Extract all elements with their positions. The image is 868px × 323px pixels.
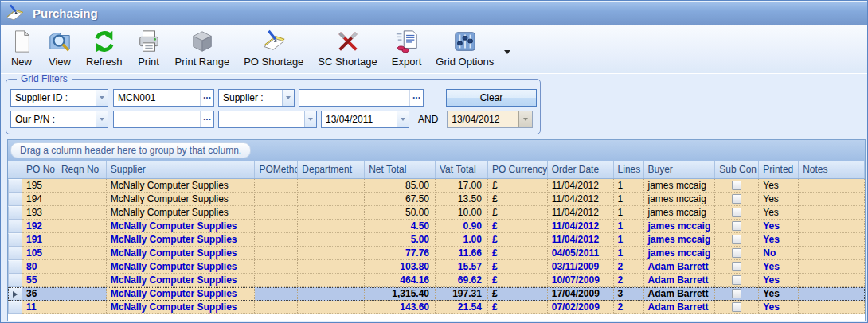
- cell-po-method[interactable]: [255, 193, 298, 206]
- cell-notes[interactable]: [799, 274, 865, 287]
- table-row[interactable]: 192McNally Computer Supplies4.500.90£11/…: [8, 220, 865, 233]
- cell-sub-con[interactable]: [715, 247, 759, 260]
- cell-po-method[interactable]: [255, 233, 298, 247]
- cell-department[interactable]: [298, 274, 365, 287]
- cell-printed[interactable]: Yes: [759, 220, 799, 233]
- table-row[interactable]: 55McNally Computer Supplies464.1669.62£1…: [8, 274, 865, 287]
- cell-vat-total[interactable]: 11.66: [436, 247, 488, 260]
- cell-po-currency[interactable]: £: [488, 274, 548, 287]
- cell-net-total[interactable]: 464.16: [365, 274, 436, 287]
- column-header-reqn-no[interactable]: Reqn No: [57, 162, 107, 178]
- cell-buyer[interactable]: Adam Barrett: [644, 301, 716, 314]
- cell-order-date[interactable]: 11/04/2012: [548, 220, 614, 233]
- subcon-checkbox[interactable]: [732, 221, 741, 231]
- cell-po-no[interactable]: 36: [22, 287, 57, 301]
- column-header-vat-total[interactable]: Vat Total: [436, 162, 488, 178]
- cell-printed[interactable]: Yes: [759, 206, 799, 220]
- cell-sub-con[interactable]: [715, 260, 759, 274]
- cell-reqn-no[interactable]: [57, 247, 107, 260]
- cell-reqn-no[interactable]: [57, 260, 107, 274]
- cell-department[interactable]: [298, 260, 365, 274]
- table-row[interactable]: 36McNally Computer Supplies1,315.40197.3…: [8, 287, 865, 301]
- cell-printed[interactable]: Yes: [759, 193, 799, 206]
- subcon-checkbox[interactable]: [732, 208, 741, 217]
- chevron-down-icon[interactable]: [304, 111, 316, 127]
- cell-supplier[interactable]: McNally Computer Supplies: [107, 233, 256, 247]
- cell-supplier[interactable]: McNally Computer Supplies: [107, 179, 256, 193]
- cell-order-date[interactable]: 07/02/2009: [548, 301, 614, 314]
- subcon-checkbox[interactable]: [732, 289, 741, 298]
- cell-reqn-no[interactable]: [57, 220, 107, 233]
- cell-po-no[interactable]: 192: [22, 220, 57, 233]
- our-pn-lookup-button[interactable]: ...: [200, 111, 213, 127]
- cell-buyer[interactable]: james mccaig: [644, 220, 716, 233]
- new-button[interactable]: New: [2, 26, 41, 69]
- column-header-department[interactable]: Department: [298, 162, 365, 178]
- row-indicator[interactable]: [8, 179, 22, 193]
- supplier-id-input[interactable]: MCN001 ...: [113, 89, 214, 107]
- cell-sub-con[interactable]: [715, 233, 759, 247]
- cell-supplier[interactable]: McNally Computer Supplies: [107, 193, 256, 206]
- view-button[interactable]: View: [41, 26, 79, 69]
- row-indicator[interactable]: [8, 260, 22, 274]
- column-header-order-date[interactable]: Order Date: [548, 162, 614, 178]
- print-button[interactable]: Print: [130, 26, 168, 69]
- cell-vat-total[interactable]: 17.00: [436, 179, 488, 193]
- cell-lines[interactable]: 1: [614, 193, 644, 206]
- cell-vat-total[interactable]: 13.50: [436, 193, 488, 206]
- cell-buyer[interactable]: james mccaig: [644, 179, 716, 193]
- cell-department[interactable]: [298, 206, 365, 220]
- supplier-id-lookup-button[interactable]: ...: [200, 90, 213, 106]
- column-header-sub-con[interactable]: Sub Con: [715, 162, 759, 178]
- cell-department[interactable]: [298, 220, 365, 233]
- cell-sub-con[interactable]: [715, 287, 759, 301]
- cell-department[interactable]: [298, 193, 365, 206]
- cell-department[interactable]: [298, 179, 365, 193]
- cell-reqn-no[interactable]: [57, 287, 107, 301]
- cell-lines[interactable]: 1: [614, 179, 644, 193]
- cell-supplier[interactable]: McNally Computer Supplies: [107, 274, 256, 287]
- table-row[interactable]: 105McNally Computer Supplies77.7611.66£0…: [8, 247, 865, 260]
- cell-notes[interactable]: [799, 220, 865, 233]
- cell-net-total[interactable]: 4.50: [365, 220, 436, 233]
- cell-po-currency[interactable]: £: [488, 301, 548, 314]
- cell-order-date[interactable]: 04/05/2011: [548, 247, 614, 260]
- subcon-checkbox[interactable]: [732, 302, 741, 312]
- cell-notes[interactable]: [799, 287, 865, 301]
- cell-po-no[interactable]: 55: [22, 274, 57, 287]
- cell-department[interactable]: [298, 233, 365, 247]
- cell-order-date[interactable]: 11/04/2012: [548, 179, 614, 193]
- cell-po-method[interactable]: [255, 220, 298, 233]
- date-to-picker[interactable]: 13/04/2012: [447, 111, 533, 128]
- table-row[interactable]: 191McNally Computer Supplies5.001.00£11/…: [8, 233, 865, 247]
- print-range-button[interactable]: Print Range: [168, 26, 237, 69]
- toolbar-overflow-arrow-icon[interactable]: [504, 50, 510, 54]
- subcon-checkbox[interactable]: [732, 262, 741, 271]
- subcon-checkbox[interactable]: [732, 181, 741, 190]
- cell-buyer[interactable]: james mccaig: [644, 193, 716, 206]
- row-indicator[interactable]: [8, 220, 22, 233]
- chevron-down-icon[interactable]: [96, 90, 108, 106]
- cell-po-method[interactable]: [255, 301, 298, 314]
- cell-notes[interactable]: [799, 179, 865, 193]
- cell-vat-total[interactable]: 15.57: [436, 260, 488, 274]
- cell-order-date[interactable]: 11/04/2012: [548, 233, 614, 247]
- cell-vat-total[interactable]: 0.90: [436, 220, 488, 233]
- cell-net-total[interactable]: 1,315.40: [365, 287, 436, 301]
- cell-net-total[interactable]: 85.00: [365, 179, 436, 193]
- cell-printed[interactable]: Yes: [759, 274, 799, 287]
- cell-supplier[interactable]: McNally Computer Supplies: [107, 301, 256, 314]
- column-header-notes[interactable]: Notes: [799, 162, 865, 178]
- table-row[interactable]: 11McNally Computer Supplies143.6021.54£0…: [8, 301, 865, 314]
- cell-po-currency[interactable]: £: [488, 260, 548, 274]
- cell-notes[interactable]: [799, 193, 865, 206]
- cell-po-currency[interactable]: £: [488, 247, 548, 260]
- supplier-id-filter-select[interactable]: Supplier ID :: [10, 89, 108, 107]
- table-row[interactable]: 193McNally Computer Supplies50.0010.00£1…: [8, 206, 865, 220]
- table-row[interactable]: 195McNally Computer Supplies85.0017.00£1…: [8, 179, 865, 193]
- cell-po-method[interactable]: [255, 260, 298, 274]
- clear-button[interactable]: Clear: [446, 89, 537, 107]
- cell-po-method[interactable]: [255, 287, 298, 301]
- cell-po-currency[interactable]: £: [488, 233, 548, 247]
- row-indicator[interactable]: [8, 287, 22, 301]
